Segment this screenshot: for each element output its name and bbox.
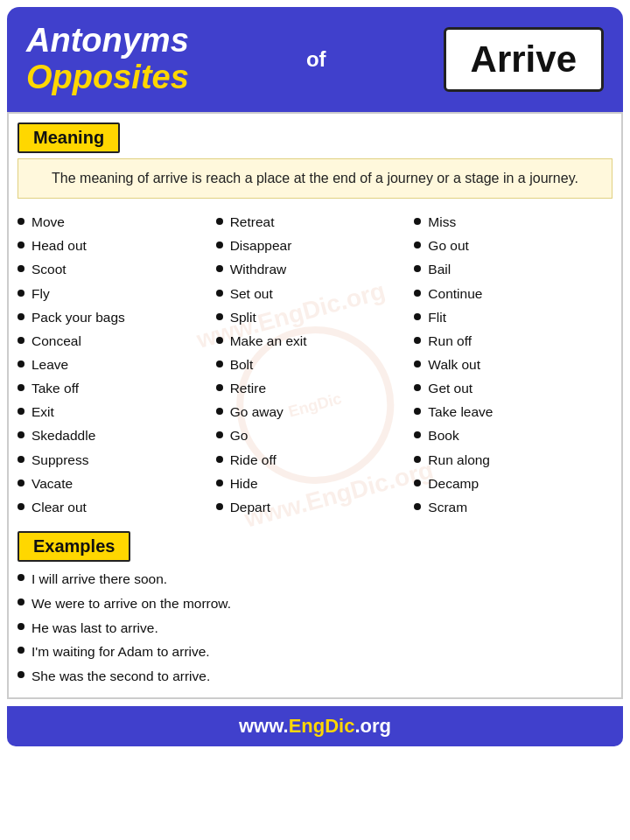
word-item: Go away xyxy=(216,401,415,424)
header-of: of xyxy=(306,47,326,72)
word-item: Book xyxy=(414,424,612,448)
word-text: Take leave xyxy=(428,403,493,421)
word-text: Conceal xyxy=(32,332,81,350)
word-text: Leave xyxy=(32,356,68,374)
bullet-icon xyxy=(216,408,223,415)
word-text: Continue xyxy=(428,285,482,303)
word-text: Get out xyxy=(428,380,472,397)
bullet-icon xyxy=(414,384,421,391)
word-item: Conceal xyxy=(18,329,216,353)
word-text: Bail xyxy=(428,261,451,278)
example-item: I'm waiting for Adam to arrive. xyxy=(18,640,612,664)
bullet-icon xyxy=(216,290,223,297)
word-item: Retire xyxy=(216,377,415,401)
header-word-box: Arrive xyxy=(444,27,604,92)
word-item: Depart xyxy=(216,495,415,519)
bullet-icon xyxy=(216,242,223,248)
word-item: Leave xyxy=(18,353,216,376)
word-text: Bolt xyxy=(230,356,254,374)
word-text: Flit xyxy=(428,309,446,326)
bullet-icon xyxy=(414,242,421,248)
words-col-1: MoveHead outScootFlyPack your bagsConcea… xyxy=(18,207,216,523)
bullet-icon xyxy=(216,503,223,510)
bullet-icon xyxy=(216,456,223,463)
word-item: Hide xyxy=(216,472,415,495)
bullet-icon xyxy=(414,456,421,463)
word-text: Head out xyxy=(32,237,87,255)
word-text: Set out xyxy=(230,285,273,303)
word-item: Take off xyxy=(18,377,216,401)
bullet-icon xyxy=(18,360,24,368)
bullet-icon xyxy=(414,360,421,368)
example-text: She was the second to arrive. xyxy=(32,667,210,686)
bullet-icon xyxy=(216,431,223,438)
example-item: I will arrive there soon. xyxy=(18,567,612,592)
word-text: Scoot xyxy=(32,261,66,278)
words-grid: MoveHead outScootFlyPack your bagsConcea… xyxy=(18,207,612,523)
bullet-icon xyxy=(216,218,223,225)
meaning-text: The meaning of arrive is reach a place a… xyxy=(18,158,612,199)
word-item: Bail xyxy=(414,258,612,282)
header: Antonyms Opposites of Arrive xyxy=(7,7,623,112)
bullet-icon xyxy=(18,337,24,344)
word-text: Book xyxy=(428,427,458,444)
word-text: Go xyxy=(230,427,248,444)
word-item: Set out xyxy=(216,282,415,305)
word-item: Continue xyxy=(414,282,612,305)
word-item: Move xyxy=(18,211,216,234)
bullet-icon xyxy=(414,480,421,486)
bullet-icon xyxy=(18,242,24,248)
header-word: Arrive xyxy=(471,38,577,80)
bullet-icon xyxy=(414,503,421,510)
word-item: Vacate xyxy=(18,472,216,495)
word-item: Decamp xyxy=(414,472,612,495)
word-text: Make an exit xyxy=(230,332,307,350)
word-item: Walk out xyxy=(414,353,612,376)
word-text: Move xyxy=(32,214,65,231)
bullet-icon xyxy=(18,480,24,486)
example-item: He was last to arrive. xyxy=(18,616,612,640)
word-item: Go out xyxy=(414,234,612,258)
bullet-icon xyxy=(18,503,24,510)
word-text: Decamp xyxy=(428,475,479,493)
word-item: Retreat xyxy=(216,211,415,234)
example-text: I will arrive there soon. xyxy=(32,570,167,589)
word-text: Walk out xyxy=(428,356,480,374)
word-text: Scram xyxy=(428,499,467,516)
bullet-icon xyxy=(18,574,24,581)
word-text: Suppress xyxy=(32,452,88,469)
word-item: Skedaddle xyxy=(18,424,216,448)
example-text: I'm waiting for Adam to arrive. xyxy=(32,642,210,662)
word-text: Pack your bags xyxy=(32,309,125,326)
word-item: Run along xyxy=(414,448,612,472)
example-item: She was the second to arrive. xyxy=(18,664,612,689)
bullet-icon xyxy=(18,647,24,654)
word-item: Get out xyxy=(414,377,612,401)
bullet-icon xyxy=(216,480,223,486)
word-text: Retire xyxy=(230,380,266,397)
example-text: We were to arrive on the morrow. xyxy=(32,594,231,613)
words-col-2: RetreatDisappearWithdrawSet outSplitMake… xyxy=(216,207,415,523)
bullet-icon xyxy=(414,265,421,272)
word-item: Pack your bags xyxy=(18,305,216,329)
word-text: Miss xyxy=(428,214,456,231)
example-text: He was last to arrive. xyxy=(32,619,158,638)
bullet-icon xyxy=(18,313,24,320)
examples-header: Examples xyxy=(18,531,130,562)
title-opposites: Opposites xyxy=(26,60,189,96)
main-content: www.EngDic.org EngDic www.EngDic.org Mea… xyxy=(7,112,623,699)
bullet-icon xyxy=(18,290,24,297)
word-text: Vacate xyxy=(32,475,73,493)
word-item: Make an exit xyxy=(216,329,415,353)
bullet-icon xyxy=(216,265,223,272)
word-text: Skedaddle xyxy=(32,427,95,444)
bullet-icon xyxy=(18,598,24,606)
word-text: Disappear xyxy=(230,237,292,255)
word-text: Take off xyxy=(32,380,79,397)
bullet-icon xyxy=(414,290,421,297)
examples-list: I will arrive there soon.We were to arri… xyxy=(18,567,612,688)
word-text: Ride off xyxy=(230,452,276,469)
word-item: Split xyxy=(216,305,415,329)
word-text: Hide xyxy=(230,475,258,493)
word-text: Go out xyxy=(428,237,469,255)
